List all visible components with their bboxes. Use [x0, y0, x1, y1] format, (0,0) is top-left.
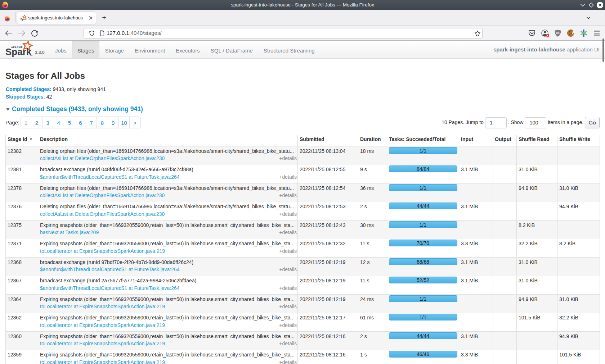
svg-text:TM: TM — [30, 54, 32, 56]
svg-text:Spark: Spark — [21, 18, 27, 21]
svg-text:Spark: Spark — [5, 46, 32, 57]
svg-text:U0: U0 — [556, 32, 560, 35]
